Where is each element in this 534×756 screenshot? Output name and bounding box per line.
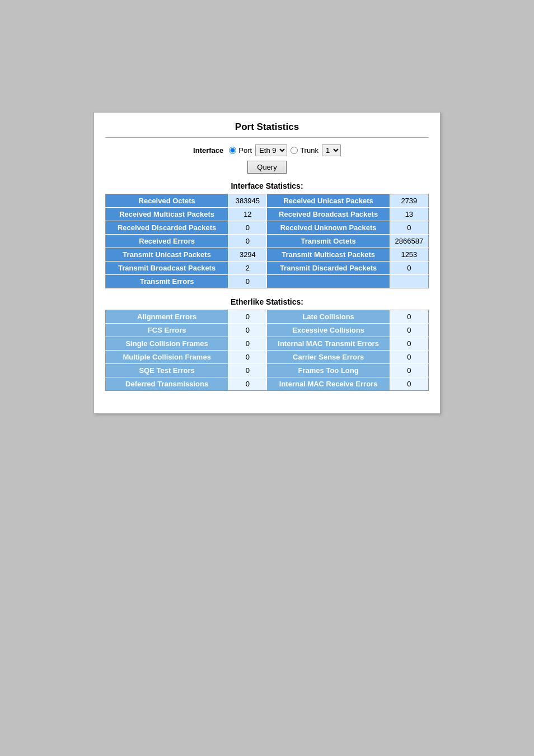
eth-left-label: Deferred Transmissions xyxy=(106,377,228,391)
eth-left-label: SQE Test Errors xyxy=(106,364,228,377)
panel-title: Port Statistics xyxy=(105,122,429,138)
table-row: SQE Test Errors0Frames Too Long0 xyxy=(106,364,429,377)
if-left-value: 3294 xyxy=(228,248,267,262)
table-row: Deferred Transmissions0Internal MAC Rece… xyxy=(106,377,429,391)
etherlike-stats-title: Etherlike Statistics: xyxy=(105,297,429,306)
if-left-label: Transmit Errors xyxy=(106,275,228,288)
table-row: Received Discarded Packets0Received Unkn… xyxy=(106,221,429,235)
eth-right-value: 0 xyxy=(390,337,428,351)
eth-left-value: 0 xyxy=(228,310,267,324)
port-select[interactable]: Eth 9 xyxy=(255,144,287,156)
eth-left-label: Multiple Collision Frames xyxy=(106,351,228,364)
table-row: Received Octets383945Received Unicast Pa… xyxy=(106,194,429,208)
if-right-label: Transmit Multicast Packets xyxy=(267,248,390,262)
trunk-radio-group: Trunk xyxy=(291,146,318,155)
trunk-radio-label: Trunk xyxy=(300,146,318,155)
if-right-label: Received Unknown Packets xyxy=(267,221,390,235)
eth-right-label: Internal MAC Receive Errors xyxy=(267,377,390,391)
if-left-label: Received Multicast Packets xyxy=(106,208,228,221)
port-radio[interactable] xyxy=(229,147,236,154)
eth-right-value: 0 xyxy=(390,324,428,337)
if-right-value: 1253 xyxy=(390,248,428,262)
if-left-value: 0 xyxy=(228,221,267,235)
query-button[interactable]: Query xyxy=(247,161,286,174)
eth-right-label: Late Collisions xyxy=(267,310,390,324)
if-right-value: 2866587 xyxy=(390,235,428,248)
if-right-label: Transmit Discarded Packets xyxy=(267,262,390,275)
if-left-value: 12 xyxy=(228,208,267,221)
table-row: Received Multicast Packets12Received Bro… xyxy=(106,208,429,221)
interface-label: Interface xyxy=(193,146,223,155)
if-right-label xyxy=(267,275,390,288)
eth-left-value: 0 xyxy=(228,324,267,337)
interface-stats-table: Received Octets383945Received Unicast Pa… xyxy=(105,194,429,288)
query-row: Query xyxy=(105,161,429,174)
if-left-label: Transmit Broadcast Packets xyxy=(106,262,228,275)
eth-left-label: Single Collision Frames xyxy=(106,337,228,351)
if-right-value: 0 xyxy=(390,262,428,275)
eth-right-label: Frames Too Long xyxy=(267,364,390,377)
if-left-value: 383945 xyxy=(228,194,267,208)
if-left-label: Received Octets xyxy=(106,194,228,208)
eth-right-label: Excessive Collisions xyxy=(267,324,390,337)
eth-right-value: 0 xyxy=(390,351,428,364)
trunk-select[interactable]: 1 xyxy=(322,144,341,156)
if-right-label: Transmit Octets xyxy=(267,235,390,248)
interface-stats-title: Interface Statistics: xyxy=(105,181,429,190)
table-row: Transmit Broadcast Packets2Transmit Disc… xyxy=(106,262,429,275)
if-left-label: Transmit Unicast Packets xyxy=(106,248,228,262)
port-radio-label: Port xyxy=(238,146,252,155)
if-left-value: 0 xyxy=(228,235,267,248)
if-left-value: 2 xyxy=(228,262,267,275)
if-right-value: 13 xyxy=(390,208,428,221)
table-row: Transmit Errors0 xyxy=(106,275,429,288)
port-statistics-panel: Port Statistics Interface Port Eth 9 Tru… xyxy=(93,112,441,414)
etherlike-stats-table: Alignment Errors0Late Collisions0FCS Err… xyxy=(105,310,429,391)
if-right-value: 2739 xyxy=(390,194,428,208)
eth-right-value: 0 xyxy=(390,364,428,377)
eth-left-value: 0 xyxy=(228,364,267,377)
eth-right-label: Carrier Sense Errors xyxy=(267,351,390,364)
eth-left-value: 0 xyxy=(228,351,267,364)
table-row: FCS Errors0Excessive Collisions0 xyxy=(106,324,429,337)
eth-left-label: FCS Errors xyxy=(106,324,228,337)
table-row: Single Collision Frames0Internal MAC Tra… xyxy=(106,337,429,351)
table-row: Multiple Collision Frames0Carrier Sense … xyxy=(106,351,429,364)
if-left-value: 0 xyxy=(228,275,267,288)
if-right-value xyxy=(390,275,428,288)
trunk-radio[interactable] xyxy=(291,147,298,154)
eth-left-label: Alignment Errors xyxy=(106,310,228,324)
eth-right-value: 0 xyxy=(390,377,428,391)
eth-right-label: Internal MAC Transmit Errors xyxy=(267,337,390,351)
table-row: Alignment Errors0Late Collisions0 xyxy=(106,310,429,324)
if-left-label: Received Discarded Packets xyxy=(106,221,228,235)
if-right-value: 0 xyxy=(390,221,428,235)
interface-row: Interface Port Eth 9 Trunk 1 xyxy=(105,144,429,156)
table-row: Received Errors0Transmit Octets2866587 xyxy=(106,235,429,248)
eth-left-value: 0 xyxy=(228,377,267,391)
if-right-label: Received Broadcast Packets xyxy=(267,208,390,221)
table-row: Transmit Unicast Packets3294Transmit Mul… xyxy=(106,248,429,262)
eth-left-value: 0 xyxy=(228,337,267,351)
if-right-label: Received Unicast Packets xyxy=(267,194,390,208)
eth-right-value: 0 xyxy=(390,310,428,324)
if-left-label: Received Errors xyxy=(106,235,228,248)
port-radio-group: Port xyxy=(229,146,252,155)
